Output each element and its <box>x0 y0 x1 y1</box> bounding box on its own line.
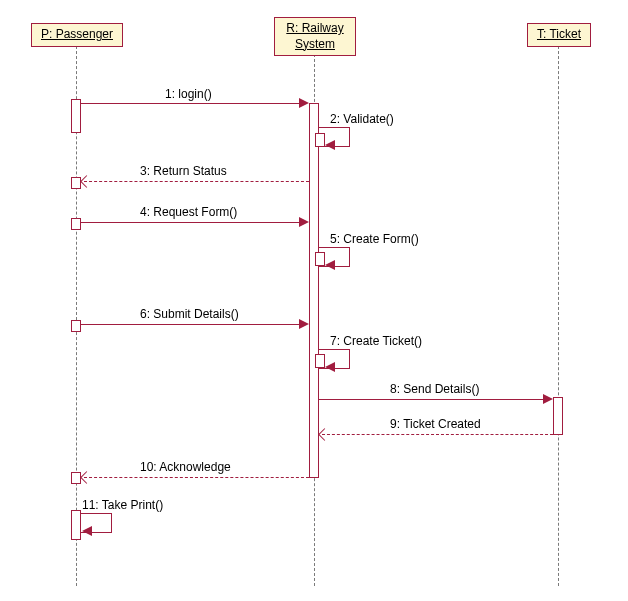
lifeline-ticket <box>558 46 559 586</box>
activation-p-6 <box>71 510 81 540</box>
msg-label-4: 4: Request Form() <box>140 205 237 219</box>
participant-label-line2: System <box>295 37 335 51</box>
activation-p-1 <box>71 99 81 133</box>
msg-label-6: 6: Submit Details() <box>140 307 239 321</box>
msg-label-7: 7: Create Ticket() <box>330 334 422 348</box>
msg-label-3: 3: Return Status <box>140 164 227 178</box>
msg-arrow-10 <box>84 477 309 478</box>
participant-railway: R: Railway System <box>274 17 356 56</box>
msg-label-8: 8: Send Details() <box>390 382 479 396</box>
arrowhead-10 <box>80 471 93 484</box>
msg-arrow-3 <box>84 181 309 182</box>
arrowhead-8 <box>543 394 553 404</box>
msg-arrow-9 <box>322 434 553 435</box>
msg-arrow-1 <box>81 103 300 104</box>
participant-label-line1: R: Railway <box>286 21 343 35</box>
msg-label-11: 11: Take Print() <box>82 498 163 512</box>
participant-ticket: T: Ticket <box>527 23 591 47</box>
activation-r-1 <box>309 103 319 478</box>
msg-arrow-4 <box>81 222 300 223</box>
activation-p-3 <box>71 218 81 230</box>
msg-label-2: 2: Validate() <box>330 112 394 126</box>
activation-p-4 <box>71 320 81 332</box>
msg-label-9: 9: Ticket Created <box>390 417 481 431</box>
participant-label: T: Ticket <box>537 27 581 41</box>
arrowhead-7 <box>325 362 335 372</box>
msg-arrow-6 <box>81 324 300 325</box>
arrowhead-9 <box>318 428 331 441</box>
participant-passenger: P: Passenger <box>31 23 123 47</box>
arrowhead-5 <box>325 260 335 270</box>
msg-label-10: 10: Acknowledge <box>140 460 231 474</box>
arrowhead-6 <box>299 319 309 329</box>
sequence-diagram: P: Passenger R: Railway System T: Ticket… <box>0 0 628 601</box>
participant-label: P: Passenger <box>41 27 113 41</box>
arrowhead-2 <box>325 140 335 150</box>
arrowhead-1 <box>299 98 309 108</box>
activation-t-1 <box>553 397 563 435</box>
msg-label-1: 1: login() <box>165 87 212 101</box>
msg-arrow-8 <box>319 399 544 400</box>
arrowhead-3 <box>80 175 93 188</box>
arrowhead-11 <box>82 526 92 536</box>
activation-p-2 <box>71 177 81 189</box>
activation-p-5 <box>71 472 81 484</box>
arrowhead-4 <box>299 217 309 227</box>
msg-label-5: 5: Create Form() <box>330 232 419 246</box>
